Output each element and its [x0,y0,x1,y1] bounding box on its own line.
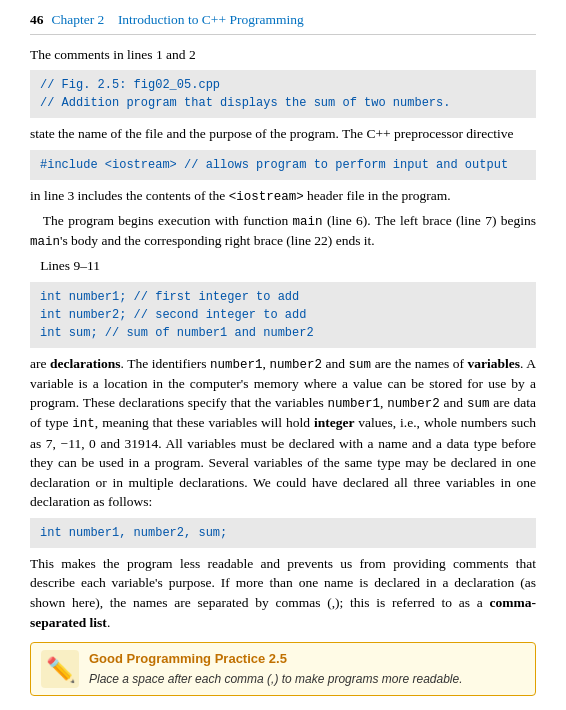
code-block-1: // Fig. 2.5: fig02_05.cpp // Addition pr… [30,70,536,118]
page-number: 46 [30,10,44,30]
paragraph-5: Lines 9–11 [30,256,536,276]
paragraph-8: We'll soon discuss the data type double … [30,706,536,710]
paragraph-2: state the name of the file and the purpo… [30,124,536,144]
chapter-label: Chapter 2 Introduction to C++ Programmin… [52,10,304,30]
paragraph-3: in line 3 includes the contents of the <… [30,186,536,206]
tip-title: Good Programming Practice 2.5 [89,650,463,669]
svg-text:✏️: ✏️ [46,655,76,684]
tip-content: Good Programming Practice 2.5 Place a sp… [89,650,463,688]
code-block-3: int number1; // first integer to add int… [30,282,536,348]
page-header: 46 Chapter 2 Introduction to C++ Program… [30,10,536,35]
good-programming-tip: ✏️ Good Programming Practice 2.5 Place a… [30,642,536,696]
code-block-2: #include <iostream> // allows program to… [30,150,536,180]
tip-icon: ✏️ [41,650,79,688]
tip-body: Place a space after each comma (,) to ma… [89,671,463,688]
paragraph-6: are declarations. The identifiers number… [30,354,536,512]
code-block-4: int number1, number2, sum; [30,518,536,548]
paragraph-7: This makes the program less readable and… [30,554,536,632]
paragraph-1: The comments in lines 1 and 2 [30,45,536,65]
paragraph-4: The program begins execution with functi… [30,211,536,251]
